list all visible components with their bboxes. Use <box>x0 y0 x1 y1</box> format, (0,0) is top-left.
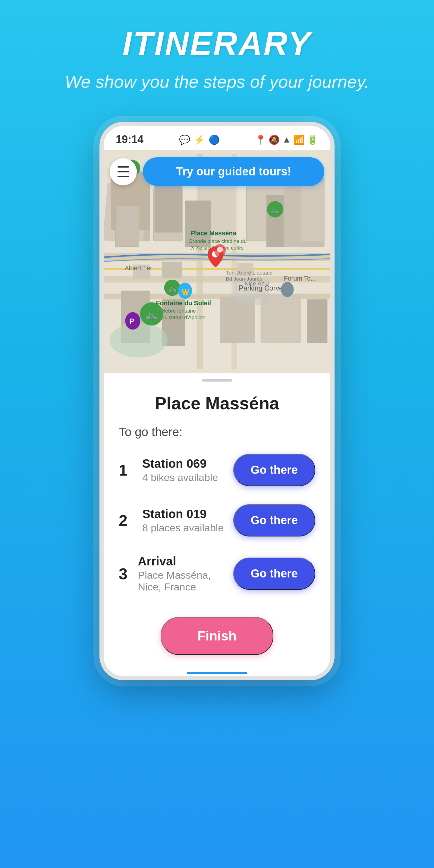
svg-point-61 <box>281 282 293 297</box>
bottom-sheet: Place Masséna To go there: 1 Station 069… <box>104 384 330 611</box>
battery-icon: 🔋 <box>307 134 318 145</box>
phone-mockup-container: 19:14 💬 ⚡ 🔵 📍 🔕 ▲ 📶 🔋 <box>99 122 335 680</box>
svg-rect-29 <box>162 261 182 278</box>
bell-icon: 🔕 <box>269 134 280 145</box>
fb-icon: 🔵 <box>209 134 220 145</box>
station-3-info: Arrival Place Masséna, Nice, France <box>138 555 233 593</box>
station-2-left: 2 Station 019 8 places available <box>119 507 224 534</box>
station-1-number: 1 <box>119 461 134 479</box>
station-3-left: 3 Arrival Place Masséna, Nice, France <box>119 555 233 593</box>
svg-text:avec statue d'Apollon: avec statue d'Apollon <box>156 314 206 320</box>
svg-point-64 <box>217 247 223 253</box>
svg-text:🚲: 🚲 <box>145 308 158 320</box>
svg-rect-22 <box>301 183 324 241</box>
station-2-number: 2 <box>119 512 134 530</box>
station-1-detail: 4 bikes available <box>142 472 218 484</box>
svg-text:Fontaine du Soleil: Fontaine du Soleil <box>156 300 211 307</box>
go-there-button-3[interactable]: Go there <box>233 558 315 590</box>
svg-point-31 <box>110 322 167 358</box>
map-area[interactable]: Place Masséna Grande place citadine du X… <box>104 150 330 373</box>
svg-text:Place Masséna: Place Masséna <box>191 230 236 237</box>
page-title: ITINERARY <box>65 24 369 62</box>
messenger-icon: ⚡ <box>194 134 205 145</box>
menu-line-2 <box>118 171 129 173</box>
page-subtitle: We show you the steps of your journey. <box>65 71 369 92</box>
station-list: 1 Station 069 4 bikes available Go there… <box>119 448 315 599</box>
status-right-icons: 📍 🔕 ▲ 📶 🔋 <box>255 134 318 145</box>
svg-text:P: P <box>130 317 134 325</box>
drag-handle-container <box>104 379 330 384</box>
status-icons: 💬 ⚡ 🔵 <box>179 134 220 145</box>
svg-text:Forum To...: Forum To... <box>284 275 316 282</box>
station-row-1: 1 Station 069 4 bikes available Go there <box>119 448 315 492</box>
station-2-name: Station 019 <box>142 507 224 521</box>
menu-line-3 <box>118 176 129 177</box>
drag-handle[interactable] <box>202 379 232 381</box>
wifi-icon: ▲ <box>282 134 291 145</box>
go-there-button-2[interactable]: Go there <box>233 504 315 536</box>
svg-rect-27 <box>307 299 327 343</box>
svg-text:🚲: 🚲 <box>271 206 279 214</box>
station-row-2: 2 Station 019 8 places available Go ther… <box>119 498 315 542</box>
menu-button[interactable] <box>110 158 137 185</box>
map-header-overlay: Try our guided tours! <box>110 157 324 186</box>
svg-text:👑: 👑 <box>181 288 190 296</box>
svg-text:Nice Azur: Nice Azur <box>245 280 270 287</box>
whatsapp-icon: 💬 <box>179 134 190 145</box>
status-bar: 19:14 💬 ⚡ 🔵 📍 🔕 ▲ 📶 🔋 <box>104 126 330 150</box>
page-header: ITINERARY We show you the steps of your … <box>65 0 369 104</box>
bottom-nav-bar <box>104 670 330 676</box>
station-2-info: Station 019 8 places available <box>142 507 224 534</box>
go-there-button-1[interactable]: Go there <box>233 454 315 486</box>
phone-mockup: 19:14 💬 ⚡ 🔵 📍 🔕 ▲ 📶 🔋 <box>99 122 335 680</box>
station-3-detail: Place Masséna, Nice, France <box>138 569 233 593</box>
location-name: Place Masséna <box>119 393 315 413</box>
finish-area: Finish <box>104 611 330 670</box>
guided-tours-button[interactable]: Try our guided tours! <box>143 157 324 186</box>
nav-indicator <box>187 672 247 674</box>
station-1-left: 1 Station 069 4 bikes available <box>119 457 218 484</box>
station-1-info: Station 069 4 bikes available <box>142 457 218 484</box>
svg-text:Albert 1er: Albert 1er <box>124 265 152 272</box>
location-icon: 📍 <box>255 134 266 145</box>
status-time: 19:14 <box>116 133 144 146</box>
station-3-number: 3 <box>119 565 130 583</box>
svg-rect-11 <box>116 206 139 247</box>
svg-text:Tun. André Liautaud: Tun. André Liautaud <box>226 270 273 276</box>
svg-text:🚲: 🚲 <box>168 284 177 292</box>
signal-icon: 📶 <box>293 134 305 145</box>
station-3-name: Arrival <box>138 555 233 568</box>
to-go-label: To go there: <box>119 425 315 439</box>
station-row-3: 3 Arrival Place Masséna, Nice, France Go… <box>119 549 315 599</box>
finish-button[interactable]: Finish <box>161 617 273 655</box>
menu-line-1 <box>118 166 129 167</box>
station-2-detail: 8 places available <box>142 522 224 534</box>
station-1-name: Station 069 <box>142 457 218 470</box>
svg-text:Grande place citadine du: Grande place citadine du <box>189 238 247 244</box>
